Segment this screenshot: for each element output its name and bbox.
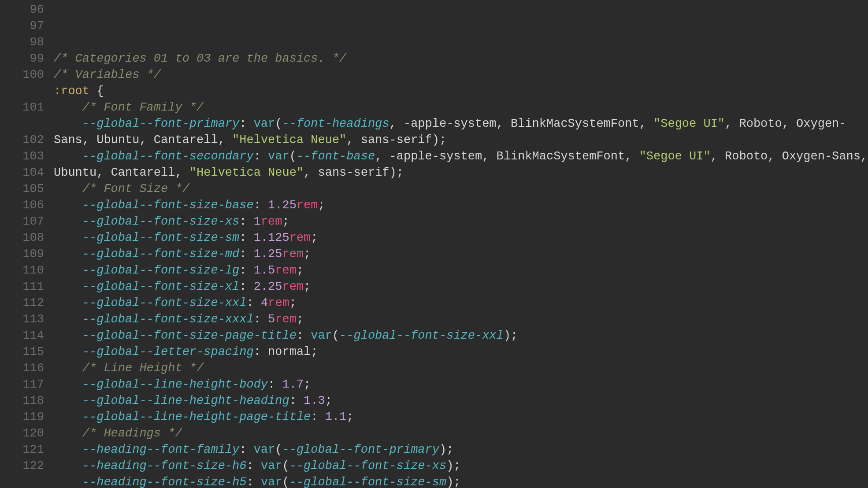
token-prop: --global--font-size-sm xyxy=(289,476,446,488)
code-line[interactable]: --global--font-primary: var(--font-headi… xyxy=(54,116,868,148)
token-comment: /* Headings */ xyxy=(82,427,182,440)
line-number: 104 xyxy=(4,165,44,181)
token-prop: --font-headings xyxy=(282,117,389,130)
token-string: "Segoe UI" xyxy=(639,150,711,163)
token-number: 5 xyxy=(268,313,275,326)
line-number: 100 xyxy=(4,67,44,83)
code-editor[interactable]: 96979899100 101 102103104105106107108109… xyxy=(0,0,868,488)
code-area[interactable]: /* Categories 01 to 03 are the basics. *… xyxy=(52,0,868,488)
line-number: 98 xyxy=(4,34,44,51)
token-func: var xyxy=(261,459,282,473)
token-punc: , xyxy=(725,117,739,130)
token-punc: ; xyxy=(311,345,318,359)
token-comment: /* Font Family */ xyxy=(82,101,204,114)
token-punc: ; xyxy=(511,329,518,342)
token-default xyxy=(304,329,311,342)
token-default xyxy=(89,85,96,98)
token-punc: ) xyxy=(446,459,453,473)
token-default xyxy=(246,248,253,261)
code-line[interactable]: --global--font-size-xxl: 4rem; xyxy=(54,295,868,311)
token-default xyxy=(261,345,268,359)
line-number: 119 xyxy=(4,409,44,425)
token-prop: --global--font-size-xxl xyxy=(82,296,247,310)
token-func: var xyxy=(311,329,332,342)
token-comment: /* Variables */ xyxy=(54,68,161,81)
token-colon: : xyxy=(268,378,275,391)
code-line[interactable]: /* Font Family */ xyxy=(54,100,868,116)
code-line[interactable]: --heading--font-size-h5: var(--global--f… xyxy=(54,474,868,488)
token-colon: : xyxy=(239,117,246,130)
code-line[interactable]: :root { xyxy=(54,83,868,100)
code-line[interactable]: --global--line-height-page-title: 1.1; xyxy=(54,409,868,425)
token-punc: ) xyxy=(439,443,446,456)
token-colon: : xyxy=(254,199,261,212)
code-line[interactable]: --heading--font-size-h6: var(--global--f… xyxy=(54,458,868,474)
token-punc: ; xyxy=(453,476,460,488)
token-punc: ; xyxy=(318,199,325,212)
line-number: 120 xyxy=(4,425,44,442)
token-default xyxy=(261,313,268,326)
token-prop: --global--font-size-xs xyxy=(289,459,446,473)
token-colon: : xyxy=(297,329,304,342)
token-colon: : xyxy=(239,248,246,261)
code-line[interactable]: /* Line Height */ xyxy=(54,360,868,377)
code-line[interactable]: /* Font Size */ xyxy=(54,181,868,197)
line-number: 116 xyxy=(4,360,44,377)
code-line[interactable]: --global--line-height-heading: 1.3; xyxy=(54,393,868,409)
line-number: 121 xyxy=(4,442,44,458)
token-prop: --global--font-size-page-title xyxy=(82,329,297,342)
line-number: 106 xyxy=(4,197,44,214)
line-number: 105 xyxy=(4,181,44,197)
code-line[interactable]: --global--font-size-xxxl: 5rem; xyxy=(54,311,868,328)
token-number: 4 xyxy=(261,296,268,310)
token-prop: --global--font-size-sm xyxy=(82,231,239,244)
token-punc: ; xyxy=(325,394,332,407)
code-line[interactable]: --global--font-size-base: 1.25rem; xyxy=(54,197,868,214)
code-line[interactable]: --global--font-size-lg: 1.5rem; xyxy=(54,262,868,279)
token-prop: --global--font-size-lg xyxy=(82,264,239,277)
code-line[interactable]: /* Headings */ xyxy=(54,425,868,442)
token-punc: , xyxy=(861,150,868,163)
token-number: 1.25 xyxy=(268,199,297,212)
token-colon: : xyxy=(254,313,261,326)
code-line[interactable]: --global--line-height-body: 1.7; xyxy=(54,377,868,393)
code-line[interactable]: --global--font-size-xs: 1rem; xyxy=(54,214,868,230)
line-number: 99 xyxy=(4,51,44,67)
code-line[interactable]: /* Categories 01 to 03 are the basics. *… xyxy=(54,51,868,67)
token-ident: sans-serif xyxy=(318,166,389,179)
token-unit: rem xyxy=(297,199,318,212)
token-default xyxy=(275,378,282,391)
token-colon: : xyxy=(246,476,253,488)
line-number: 103 xyxy=(4,148,44,165)
code-line[interactable]: --global--font-size-xl: 2.25rem; xyxy=(54,279,868,295)
code-line[interactable]: --global--font-secondary: var(--font-bas… xyxy=(54,148,868,181)
token-ident: BlinkMacSystemFont xyxy=(511,117,639,130)
token-unit: rem xyxy=(282,248,304,261)
token-punc: , xyxy=(175,166,189,179)
token-number: 1.1 xyxy=(325,410,347,424)
line-number: 118 xyxy=(4,393,44,409)
code-line[interactable]: --heading--font-family: var(--global--fo… xyxy=(54,442,868,458)
token-punc: ( xyxy=(275,117,282,130)
code-line[interactable]: --global--font-size-md: 1.25rem; xyxy=(54,246,868,262)
token-punc: ; xyxy=(453,459,460,473)
code-line[interactable]: /* Variables */ xyxy=(54,67,868,83)
token-ident: sans-serif xyxy=(361,133,432,147)
token-punc: , xyxy=(304,166,318,179)
token-ident: Roboto xyxy=(739,117,782,130)
code-line[interactable]: --global--font-size-sm: 1.125rem; xyxy=(54,230,868,246)
token-prop: --global--font-primary xyxy=(282,443,439,456)
code-line[interactable]: --global--letter-spacing: normal; xyxy=(54,344,868,360)
token-prop: --global--font-size-base xyxy=(82,199,254,212)
token-colon: : xyxy=(239,443,246,456)
token-prop: --global--font-primary xyxy=(82,117,239,130)
line-number: 102 xyxy=(4,132,44,148)
token-punc: , xyxy=(139,133,153,147)
token-punc: ; xyxy=(446,443,453,456)
token-prop: --global--line-height-body xyxy=(82,378,268,391)
line-number: 97 xyxy=(4,18,44,34)
code-line[interactable]: --global--font-size-page-title: var(--gl… xyxy=(54,328,868,344)
token-number: 2.25 xyxy=(254,280,282,293)
line-number: 109 xyxy=(4,246,44,262)
token-default xyxy=(297,394,304,407)
